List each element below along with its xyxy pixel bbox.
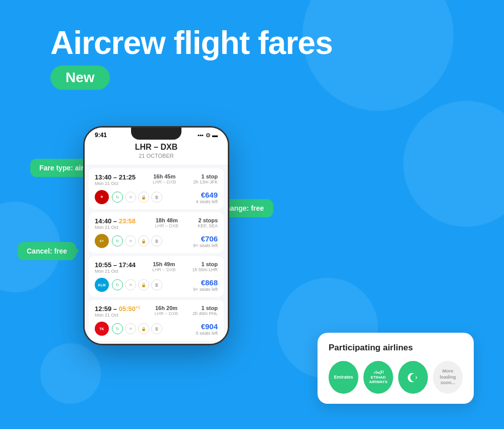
action-icons-1: ↻ ✕ 🔒 🗑: [112, 192, 162, 203]
delete-btn-2[interactable]: 🗑: [151, 235, 162, 247]
turkish-logo: TK: [95, 322, 109, 336]
refresh-btn-4[interactable]: ↻: [112, 323, 123, 334]
phone-frame: 9:41 ▪▪▪ ⊙ ▬ LHR – DXB 21 OCTOBER 13:40 …: [83, 126, 229, 345]
flights-list: 13:40 – 21:25 Mon 21 Oct 16h 45m LHR – D…: [85, 165, 228, 344]
flight-3-time: 10:55 – 17:44: [95, 261, 136, 269]
action-icons-4: ↻ ✕ 🔒 🗑: [112, 323, 162, 334]
flight-1-price: €649: [196, 191, 218, 199]
lock-btn-1[interactable]: 🔒: [138, 192, 149, 203]
cancel-btn-4[interactable]: ✕: [125, 323, 136, 334]
airlines-logos: Emirates الإتحادETIHADAIRWAYS Moreloadin…: [329, 361, 463, 394]
klm-logo: KLM: [95, 278, 109, 292]
airlines-card: Participating airlines Emirates الإتحادE…: [318, 333, 474, 404]
signal-icon: ▪▪▪: [198, 132, 204, 138]
cancel-btn-3[interactable]: ✕: [125, 279, 136, 290]
lock-btn-4[interactable]: 🔒: [138, 323, 149, 334]
airlines-card-title: Participating airlines: [329, 343, 463, 353]
new-badge: New: [50, 66, 110, 90]
header-section: Aircrew flight fares New: [50, 25, 333, 90]
delete-btn-1[interactable]: 🗑: [151, 192, 162, 203]
bg-decoration-5: [40, 343, 101, 404]
refresh-btn-3[interactable]: ↻: [112, 279, 123, 290]
cancel-btn-1[interactable]: ✕: [125, 192, 136, 203]
turkish-airlines-badge: [398, 361, 428, 394]
flight-card-3[interactable]: 10:55 – 17:44 Mon 21 Oct 15h 49m LHR – D…: [89, 256, 224, 297]
flight-2-price: €706: [193, 234, 218, 243]
flight-card-2[interactable]: 14:40 – 23:58 Mon 21 Oct 18h 48m LHR – D…: [89, 212, 224, 253]
action-icons-2: ↻ ✕ 🔒 🗑: [112, 235, 162, 247]
route-text: LHR – DXB: [95, 143, 218, 152]
refresh-btn-2[interactable]: ↻: [112, 235, 123, 247]
flight-card-4[interactable]: 12:59 – 05:50+1 Mon 21 Oct 16h 20m LHR –…: [89, 300, 224, 341]
flight-3-price: €868: [193, 278, 218, 287]
bg-decoration-2: [403, 101, 504, 227]
phone-route-header: LHR – DXB 21 OCTOBER: [85, 141, 228, 165]
phone-mockup: 9:41 ▪▪▪ ⊙ ▬ LHR – DXB 21 OCTOBER 13:40 …: [83, 126, 229, 345]
etihad-logo: EY: [95, 234, 109, 248]
flight-2-time: 14:40 – 23:58: [95, 217, 136, 225]
delete-btn-3[interactable]: 🗑: [151, 279, 162, 290]
flight-1-time: 13:40 – 21:25: [95, 173, 136, 181]
cancel-btn-2[interactable]: ✕: [125, 235, 136, 247]
more-airlines-badge: Moreloadingsoon...: [433, 361, 463, 394]
flight-4-time: 12:59 – 05:50+1: [95, 305, 140, 313]
action-icons-3: ↻ ✕ 🔒 🗑: [112, 279, 162, 290]
refresh-btn-1[interactable]: ↻: [112, 192, 123, 203]
emirates-logo: ✈: [95, 190, 109, 204]
lock-btn-2[interactable]: 🔒: [138, 235, 149, 247]
flight-4-price: €904: [196, 322, 218, 331]
wifi-icon: ⊙: [206, 132, 210, 139]
page-title: Aircrew flight fares: [50, 25, 333, 60]
status-time: 9:41: [95, 132, 107, 139]
battery-icon: ▬: [212, 132, 218, 138]
etihad-badge: الإتحادETIHADAIRWAYS: [363, 361, 393, 394]
svg-marker-1: [415, 376, 417, 380]
flight-card-1[interactable]: 13:40 – 21:25 Mon 21 Oct 16h 45m LHR – D…: [89, 168, 224, 209]
delete-btn-4[interactable]: 🗑: [151, 323, 162, 334]
route-date: 21 OCTOBER: [95, 153, 218, 159]
emirates-badge: Emirates: [329, 361, 358, 394]
status-icons: ▪▪▪ ⊙ ▬: [198, 132, 218, 139]
cancel-tooltip: Cancel: free: [18, 242, 76, 260]
phone-notch: [131, 128, 181, 140]
lock-btn-3[interactable]: 🔒: [138, 279, 149, 290]
